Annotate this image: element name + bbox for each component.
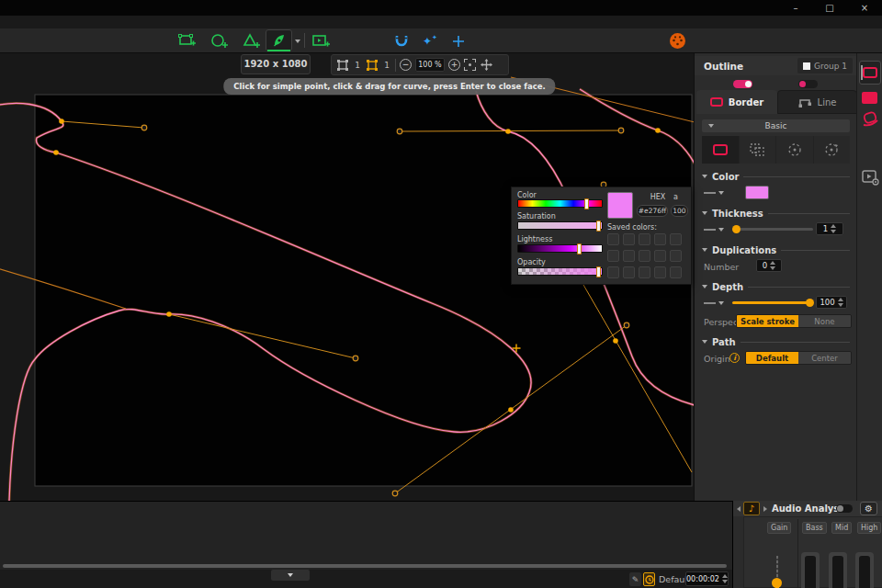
thickness-section-header[interactable]: Thickness: [702, 208, 850, 219]
tab-border[interactable]: Border: [696, 90, 777, 114]
depth-link-dropdown[interactable]: [704, 299, 728, 308]
saved-color-slot[interactable]: [654, 266, 666, 278]
time-mode-button[interactable]: [643, 572, 655, 586]
anchor-point[interactable]: [53, 150, 59, 155]
prev-panel-arrow[interactable]: [737, 506, 741, 512]
saved-color-slot[interactable]: [670, 233, 682, 245]
saved-color-slot[interactable]: [639, 266, 650, 278]
saved-color-slot[interactable]: [639, 233, 650, 245]
duplications-section-header[interactable]: Duplications: [702, 244, 850, 255]
thickness-slider-knob[interactable]: [732, 225, 741, 233]
number-spinner[interactable]: [770, 261, 775, 270]
add-ellipse-tool[interactable]: [208, 31, 230, 51]
line-enable-toggle[interactable]: [798, 80, 818, 88]
saved-color-slot[interactable]: [607, 266, 619, 278]
pen-tool-selected[interactable]: [266, 29, 292, 51]
origin-center-option[interactable]: Center: [798, 352, 851, 364]
audio-settings-button[interactable]: ⚙: [860, 502, 877, 515]
zoom-level-value[interactable]: 100 %: [415, 58, 445, 72]
add-composition-tool[interactable]: [309, 31, 331, 51]
fit-view-button[interactable]: [464, 59, 476, 71]
duration-spinner[interactable]: [722, 574, 728, 583]
bass-fader[interactable]: [801, 552, 820, 588]
anchor-point[interactable]: [505, 129, 511, 134]
keyframe-pen-button[interactable]: ✎: [629, 572, 641, 586]
saved-color-slot[interactable]: [639, 250, 650, 262]
close-button[interactable]: ×: [853, 1, 876, 15]
depth-spinner[interactable]: [838, 298, 843, 307]
opacity-slider-handle[interactable]: [596, 266, 601, 277]
audio-enable-toggle[interactable]: [836, 504, 853, 513]
handle-endpoint[interactable]: [618, 128, 624, 133]
thickness-slider[interactable]: [732, 228, 813, 231]
opacity-slider[interactable]: [517, 267, 603, 276]
depth-value-field[interactable]: 100: [816, 296, 847, 309]
magic-effects-tool[interactable]: ✦✦: [419, 31, 441, 51]
render-preview-icon[interactable]: [861, 169, 880, 187]
saved-color-slot[interactable]: [670, 266, 682, 278]
handle-endpoint[interactable]: [392, 491, 398, 496]
color-link-dropdown[interactable]: [704, 188, 728, 198]
saved-color-slot[interactable]: [670, 250, 682, 262]
none-option[interactable]: None: [798, 315, 851, 327]
handle-endpoint[interactable]: [397, 129, 402, 134]
saturation-slider[interactable]: [517, 221, 603, 230]
anchor-point[interactable]: [166, 311, 172, 317]
hue-slider-handle[interactable]: [584, 198, 589, 209]
style-radial-button[interactable]: [776, 136, 814, 164]
depth-slider[interactable]: [732, 301, 813, 304]
mid-fader[interactable]: [829, 552, 847, 588]
midi-connect-button[interactable]: [666, 31, 688, 51]
zoom-out-button[interactable]: −: [400, 59, 412, 71]
lightness-slider[interactable]: [517, 244, 603, 253]
audio-source-chip[interactable]: ♪: [743, 502, 760, 515]
anchor-point[interactable]: [508, 407, 514, 413]
pan-view-button[interactable]: [480, 58, 493, 72]
origin-default-option[interactable]: Default: [746, 352, 798, 364]
restore-button[interactable]: □: [818, 1, 842, 15]
selection-bounds-icon[interactable]: [366, 59, 379, 72]
layer-clone-icon[interactable]: [861, 110, 880, 130]
thickness-spinner[interactable]: [831, 224, 836, 233]
add-polygon-tool[interactable]: [240, 31, 262, 51]
scale-stroke-option[interactable]: Scale stroke: [737, 315, 798, 327]
basic-section-bar[interactable]: Basic: [702, 119, 850, 132]
handle-endpoint[interactable]: [624, 322, 629, 328]
next-panel-arrow[interactable]: [763, 506, 767, 512]
anchor-point[interactable]: [613, 338, 618, 344]
saved-color-slot[interactable]: [607, 250, 619, 262]
hex-value-field[interactable]: #e276ff: [637, 205, 668, 217]
color-section-header[interactable]: Color: [702, 171, 850, 182]
group-selector[interactable]: Group 1: [797, 58, 853, 74]
resolution-chip[interactable]: 1920 x 1080: [241, 54, 311, 74]
high-fader[interactable]: [855, 552, 874, 588]
handle-endpoint[interactable]: [353, 356, 358, 361]
style-dashed-button[interactable]: [740, 136, 777, 164]
handle-endpoint[interactable]: [141, 125, 147, 130]
add-item-tool[interactable]: [447, 31, 469, 51]
bounds-icon[interactable]: [336, 59, 349, 72]
saved-color-slot[interactable]: [654, 250, 666, 262]
alpha-value-field[interactable]: 100: [671, 205, 688, 217]
layer-fill[interactable]: [862, 92, 877, 104]
layer-border-selected[interactable]: [859, 61, 881, 85]
saved-color-slot[interactable]: [623, 233, 635, 245]
saved-color-slot[interactable]: [623, 266, 635, 278]
snapping-magnet-tool[interactable]: [390, 31, 413, 51]
anchor-point[interactable]: [655, 128, 661, 133]
origin-info-icon[interactable]: i: [729, 353, 740, 363]
tab-line[interactable]: Line: [777, 90, 857, 114]
default-duration-field[interactable]: 00:00:02: [685, 571, 729, 586]
saved-color-slot[interactable]: [607, 233, 619, 245]
add-rectangle-tool[interactable]: [175, 31, 198, 51]
border-enable-toggle[interactable]: [733, 80, 752, 88]
zoom-in-button[interactable]: +: [448, 59, 460, 71]
thickness-value-field[interactable]: 1: [816, 222, 843, 235]
timeline-expand-button[interactable]: [271, 570, 310, 581]
saved-color-slot[interactable]: [654, 233, 666, 245]
depth-section-header[interactable]: Depth: [702, 281, 850, 292]
path-section-header[interactable]: Path: [702, 336, 850, 347]
number-value-field[interactable]: 0: [756, 259, 782, 272]
thickness-link-dropdown[interactable]: [704, 225, 728, 234]
depth-slider-knob[interactable]: [806, 299, 814, 307]
